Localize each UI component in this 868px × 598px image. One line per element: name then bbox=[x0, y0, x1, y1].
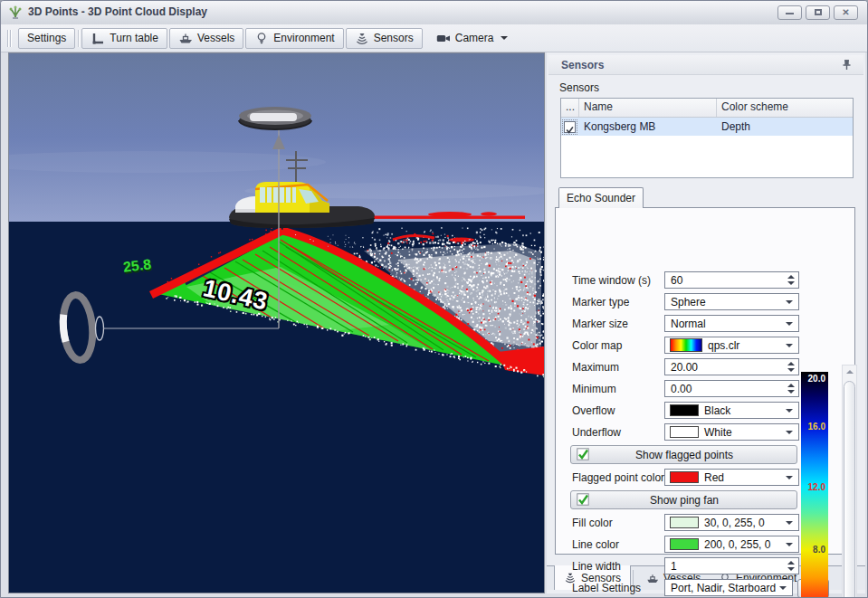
vessel-icon bbox=[178, 32, 193, 45]
pin-icon[interactable] bbox=[841, 59, 853, 71]
panel-scrollbar[interactable] bbox=[842, 365, 857, 598]
time-window-input[interactable]: 60 bbox=[664, 271, 799, 289]
vessels-label: Vessels bbox=[197, 32, 234, 44]
flagged-color-value: Red bbox=[699, 471, 786, 484]
vessels-button[interactable]: Vessels bbox=[169, 28, 243, 49]
maximum-spinner[interactable] bbox=[784, 359, 798, 375]
line-width-input[interactable]: 1 bbox=[664, 557, 799, 574]
camera-icon bbox=[436, 32, 451, 45]
minimize-icon bbox=[786, 13, 794, 14]
flagged-color-label: Flagged point color bbox=[572, 471, 664, 484]
flagged-color-dropdown[interactable]: Red bbox=[664, 469, 799, 486]
sensor-disc bbox=[239, 107, 311, 129]
column-color-scheme[interactable]: Color scheme bbox=[717, 99, 853, 117]
camera-dropdown-caret bbox=[501, 36, 508, 40]
label-settings-label: Label Settings bbox=[572, 582, 641, 594]
sensors-panel: Sensors Sensors ... Name Color scheme bbox=[547, 52, 865, 593]
close-button[interactable]: ✕ bbox=[834, 5, 858, 20]
scrollbar-thumb[interactable] bbox=[844, 381, 855, 598]
tab-echo-sounder[interactable]: Echo Sounder bbox=[558, 187, 644, 208]
underflow-value: White bbox=[699, 426, 786, 439]
turn-table-icon bbox=[91, 32, 105, 45]
sensor-colorscheme-cell: Depth bbox=[717, 119, 853, 136]
marker-size-dropdown[interactable]: Normal bbox=[664, 315, 799, 332]
show-flagged-points-label: Show flagged points bbox=[590, 449, 778, 461]
dropdown-arrow-icon bbox=[786, 431, 793, 434]
toolbar-separator bbox=[78, 30, 79, 47]
environment-button[interactable]: Environment bbox=[245, 28, 343, 49]
dropdown-arrow-icon bbox=[786, 543, 793, 546]
underflow-dropdown[interactable]: White bbox=[664, 423, 799, 441]
color-map-dropdown[interactable]: qps.clr bbox=[664, 337, 799, 354]
column-name[interactable]: Name bbox=[579, 99, 717, 117]
app-window: 3D Points - 3D Point Cloud Display ✕ Set… bbox=[0, 0, 868, 598]
checked-checkbox-icon bbox=[577, 448, 590, 461]
show-flagged-points-button[interactable]: Show flagged points bbox=[570, 445, 797, 464]
line-color-value: 200, 0, 255, 0 bbox=[699, 538, 786, 551]
marker-type-dropdown[interactable]: Sphere bbox=[664, 293, 799, 310]
line-color-label: Line color bbox=[572, 538, 619, 551]
color-map-label: Color map bbox=[572, 339, 622, 352]
settings-label: Settings bbox=[27, 32, 66, 44]
show-ping-fan-button[interactable]: Show ping fan bbox=[570, 490, 797, 509]
table-header-row: ... Name Color scheme bbox=[561, 99, 853, 118]
scroll-up-arrow[interactable] bbox=[843, 365, 856, 378]
overflow-value: Black bbox=[699, 404, 786, 417]
dropdown-arrow-icon bbox=[786, 409, 793, 413]
app-icon bbox=[7, 5, 24, 21]
maximize-icon bbox=[815, 9, 822, 15]
scene-canvas bbox=[9, 53, 544, 593]
line-color-swatch bbox=[670, 538, 699, 550]
lightbulb-icon bbox=[254, 32, 269, 45]
time-window-label: Time window (s) bbox=[572, 274, 651, 287]
port-range-label: 25.8 bbox=[122, 256, 152, 276]
dropdown-arrow-icon bbox=[786, 322, 793, 326]
marker-size-label: Marker size bbox=[572, 318, 628, 330]
settings-button[interactable]: Settings bbox=[18, 28, 75, 49]
minimum-input[interactable]: 0.00 bbox=[664, 380, 799, 397]
maximize-button[interactable] bbox=[806, 5, 830, 20]
vessel-icon bbox=[646, 572, 659, 585]
main-toolbar: Settings Turn table Vessels Environment bbox=[1, 24, 868, 52]
label-settings-dropdown[interactable]: Port, Nadir, Starboard bbox=[664, 579, 793, 596]
camera-label: Camera bbox=[455, 32, 494, 44]
toolbar-grip-handle[interactable] bbox=[7, 30, 12, 47]
minimize-button[interactable] bbox=[777, 5, 802, 20]
scale-tick: 20.0 bbox=[808, 374, 825, 384]
dropdown-arrow-icon bbox=[786, 476, 793, 479]
sensors-button[interactable]: Sensors bbox=[346, 28, 423, 49]
checked-checkbox-icon bbox=[577, 493, 590, 507]
panel-header-title: Sensors bbox=[561, 59, 604, 71]
scale-tick: 12.0 bbox=[808, 482, 825, 492]
line-color-dropdown[interactable]: 200, 0, 255, 0 bbox=[664, 536, 799, 553]
line-width-spinner[interactable] bbox=[784, 558, 798, 574]
environment-label: Environment bbox=[273, 32, 334, 44]
dropdown-arrow-icon bbox=[786, 521, 793, 525]
maximum-input[interactable]: 20.00 bbox=[664, 358, 799, 375]
sensor-enabled-checkbox[interactable] bbox=[564, 121, 576, 133]
dropdown-arrow-icon bbox=[786, 344, 793, 347]
minimum-value: 0.00 bbox=[665, 383, 784, 395]
minimum-spinner[interactable] bbox=[784, 381, 798, 396]
overflow-dropdown[interactable]: Black bbox=[664, 402, 799, 419]
color-map-swatch bbox=[670, 338, 702, 352]
title-bar[interactable]: 3D Points - 3D Point Cloud Display ✕ bbox=[1, 1, 868, 25]
minimum-label: Minimum bbox=[572, 383, 616, 395]
turn-table-button[interactable]: Turn table bbox=[81, 28, 167, 49]
sensors-label: Sensors bbox=[374, 32, 414, 44]
line-width-value: 1 bbox=[665, 560, 784, 573]
overflow-swatch bbox=[670, 404, 699, 416]
color-map-value: qps.clr bbox=[702, 339, 786, 352]
show-ping-fan-label: Show ping fan bbox=[590, 494, 778, 507]
check-icon bbox=[565, 125, 575, 135]
marker-size-value: Normal bbox=[665, 318, 786, 330]
time-window-spinner[interactable] bbox=[784, 272, 798, 288]
table-row[interactable]: Kongsberg MB Depth bbox=[561, 118, 853, 136]
camera-button[interactable]: Camera bbox=[427, 28, 518, 49]
marker-type-value: Sphere bbox=[665, 296, 786, 308]
fill-color-dropdown[interactable]: 30, 0, 255, 0 bbox=[664, 514, 799, 531]
column-options[interactable]: ... bbox=[561, 99, 579, 117]
checkbox-cell bbox=[561, 121, 579, 133]
maximum-value: 20.00 bbox=[665, 361, 784, 374]
point-cloud-3d-view[interactable]: 25.8 10.43 bbox=[8, 52, 545, 593]
